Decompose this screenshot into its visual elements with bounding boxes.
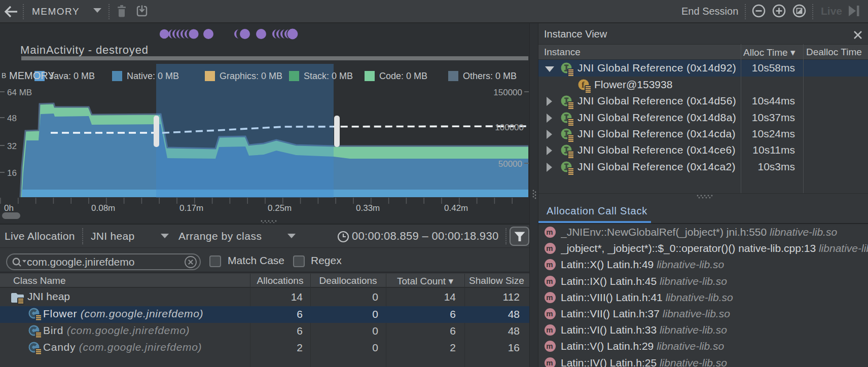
svg-text:0h: 0h (4, 203, 14, 213)
svg-text:m: m (546, 277, 553, 285)
svg-text:100000: 100000 (495, 123, 524, 132)
svg-text:m: m (546, 228, 553, 236)
svg-text:m: m (546, 293, 553, 302)
svg-text:48: 48 (7, 114, 17, 123)
svg-text:m: m (546, 260, 553, 269)
svg-text:0.33m: 0.33m (356, 203, 380, 213)
svg-text:16: 16 (7, 168, 17, 178)
svg-text:0.08m: 0.08m (91, 203, 115, 213)
svg-text:50000: 50000 (498, 159, 522, 169)
svg-text:m: m (546, 358, 553, 367)
svg-text:m: m (546, 342, 553, 350)
svg-text:m: m (546, 244, 553, 252)
svg-text:32: 32 (7, 141, 17, 151)
svg-text:64 MB: 64 MB (7, 88, 32, 97)
svg-text:0.17m: 0.17m (179, 203, 203, 213)
svg-text:f: f (582, 80, 585, 90)
svg-text:m: m (546, 325, 553, 334)
svg-text:m: m (546, 309, 553, 318)
svg-text:150000: 150000 (493, 88, 522, 97)
svg-text:0.42m: 0.42m (444, 203, 468, 213)
svg-text:0.25m: 0.25m (268, 203, 292, 213)
